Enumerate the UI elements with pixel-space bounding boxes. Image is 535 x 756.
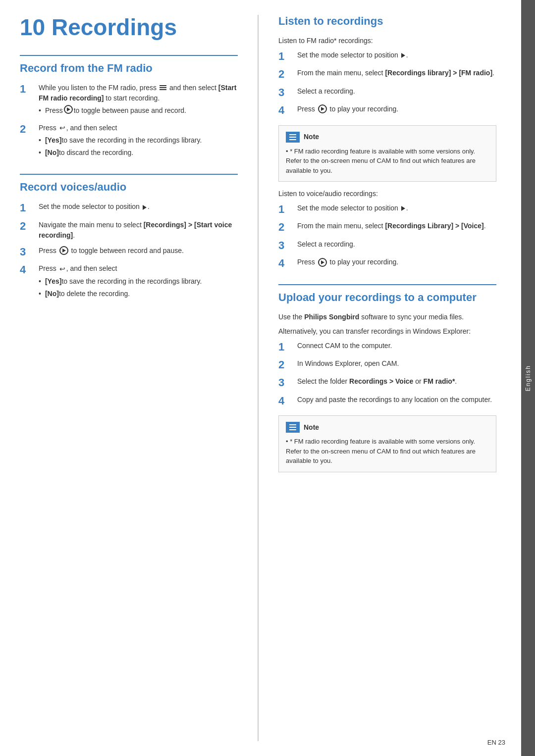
note-box-fm: Note • * FM radio recording feature is a… [278, 125, 496, 182]
section-upload-heading: Upload your recordings to a computer [278, 284, 496, 304]
voice-step-num-4: 4 [20, 263, 35, 276]
listen-fm-step-2: 2 From the main menu, select [Recordings… [278, 68, 496, 81]
listen-voice-steps: 1 Set the mode selector to position . 2 … [278, 203, 496, 270]
left-column: 10 Recordings Record from the FM radio 1… [20, 15, 259, 741]
step-2-bullets: [Yes] to save the recording in the recor… [39, 135, 238, 158]
step-1-bullets: Press to toggle between pause and record… [39, 105, 238, 116]
upload-para-1: Use the Philips Songbird software to syn… [278, 312, 496, 322]
voice-step-num-3: 3 [20, 246, 35, 258]
voice-steps: 1 Set the mode selector to position . 2 … [20, 202, 238, 301]
voice-step-1-content: Set the mode selector to position . [39, 202, 238, 212]
voice-step-num-1: 1 [20, 202, 35, 214]
upload-step-1: 1 Connect CAM to the computer. [278, 341, 496, 353]
play-icon-3 [318, 104, 327, 113]
voice-step-2-content: Navigate the main menu to select [Record… [39, 220, 238, 241]
arrow-icon-2 [401, 53, 405, 58]
note-box-upload: Note • * FM radio recording feature is a… [278, 415, 496, 472]
voice-step-4: 4 Press ↩, and then select [Yes] to save… [20, 263, 238, 301]
content-area: 10 Recordings Record from the FM radio 1… [0, 0, 521, 756]
note-header-1: Note [286, 132, 489, 143]
upload-step-2: 2 In Windows Explorer, open CAM. [278, 358, 496, 371]
note-header-2: Note [286, 422, 489, 433]
play-icon-1 [64, 105, 73, 114]
page-wrapper: English 10 Recordings Record from the FM… [0, 0, 535, 756]
step-2-bullet-2: [No] to discard the recording. [39, 148, 238, 158]
side-tab-label: English [525, 365, 532, 391]
listen-voice-step-1: 1 Set the mode selector to position . [278, 203, 496, 216]
note-label-1: Note [304, 132, 319, 142]
right-column: Listen to recordings Listen to FM radio*… [259, 15, 496, 741]
arrow-icon-3 [401, 206, 405, 211]
play-icon-2 [59, 246, 68, 255]
step-2-bullet-1: [Yes] to save the recording in the recor… [39, 135, 238, 146]
back-icon-2: ↩ [59, 264, 65, 274]
note-text-2: • * FM radio recording feature is availa… [286, 437, 489, 466]
section-fm-radio: Record from the FM radio 1 While you lis… [20, 55, 238, 160]
voice-step-4-bullets: [Yes] to save the recording in the recor… [39, 276, 238, 299]
section-voice-heading: Record voices/audio [20, 174, 238, 194]
note-icon-1 [286, 132, 300, 143]
step-1-content: While you listen to the FM radio, press … [39, 83, 238, 118]
fm-radio-step-1: 1 While you listen to the FM radio, pres… [20, 83, 238, 118]
upload-step-3: 3 Select the folder Recordings > Voice o… [278, 376, 496, 389]
note-icon-2 [286, 422, 300, 433]
listen-fm-step-4: 4 Press to play your recording. [278, 104, 496, 117]
voice-step-2: 2 Navigate the main menu to select [Reco… [20, 220, 238, 241]
listen-fm-intro: Listen to FM radio* recordings: [278, 36, 496, 46]
arrow-icon-1 [143, 205, 147, 210]
section-upload: Upload your recordings to a computer Use… [278, 284, 496, 472]
note-icon-lines-1 [289, 134, 296, 140]
step-1-bold: [Start FM radio recording] [39, 84, 236, 102]
back-icon-1: ↩ [59, 123, 65, 133]
step-2-content: Press ↩, and then select [Yes] to save t… [39, 123, 238, 160]
section-voice-audio: Record voices/audio 1 Set the mode selec… [20, 174, 238, 301]
upload-step-4: 4 Copy and paste the recordings to any l… [278, 395, 496, 407]
voice-step-4-bullet-2: [No] to delete the recording. [39, 289, 238, 299]
main-heading: 10 Recordings [20, 15, 238, 40]
note-text-1: • * FM radio recording feature is availa… [286, 147, 489, 176]
listen-voice-step-4: 4 Press to play your recording. [278, 257, 496, 270]
listen-voice-step-2: 2 From the main menu, select [Recordings… [278, 221, 496, 234]
listen-voice-step-3: 3 Select a recording. [278, 239, 496, 252]
section-fm-radio-heading: Record from the FM radio [20, 55, 238, 75]
fm-radio-steps: 1 While you listen to the FM radio, pres… [20, 83, 238, 160]
side-tab: English [521, 0, 535, 756]
note-label-2: Note [304, 422, 319, 433]
page-footer: EN 23 [487, 739, 505, 746]
listen-fm-step-3: 3 Select a recording. [278, 86, 496, 99]
listen-voice-intro: Listen to voice/audio recordings: [278, 189, 496, 199]
voice-step-4-content: Press ↩, and then select [Yes] to save t… [39, 263, 238, 301]
step-num-2: 2 [20, 123, 35, 136]
listen-fm-steps: 1 Set the mode selector to position . 2 … [278, 50, 496, 117]
step-num-1: 1 [20, 83, 35, 96]
section-listen-heading: Listen to recordings [278, 15, 496, 28]
note-icon-lines-2 [289, 424, 296, 430]
fm-radio-step-2: 2 Press ↩, and then select [Yes] to save… [20, 123, 238, 160]
voice-step-3: 3 Press to toggle between record and pau… [20, 246, 238, 258]
voice-step-num-2: 2 [20, 220, 35, 233]
voice-step-3-content: Press to toggle between record and pause… [39, 246, 238, 256]
footer-text: EN 23 [487, 739, 505, 746]
step-1-bullet-1: Press to toggle between pause and record… [39, 105, 238, 116]
voice-step-4-bullet-1: [Yes] to save the recording in the recor… [39, 276, 238, 287]
play-icon-4 [318, 258, 327, 267]
voice-step-1: 1 Set the mode selector to position . [20, 202, 238, 214]
listen-fm-step-1: 1 Set the mode selector to position . [278, 50, 496, 63]
upload-steps: 1 Connect CAM to the computer. 2 In Wind… [278, 341, 496, 408]
upload-para-2: Alternatively, you can transfer recordin… [278, 326, 496, 337]
menu-icon [160, 85, 166, 90]
